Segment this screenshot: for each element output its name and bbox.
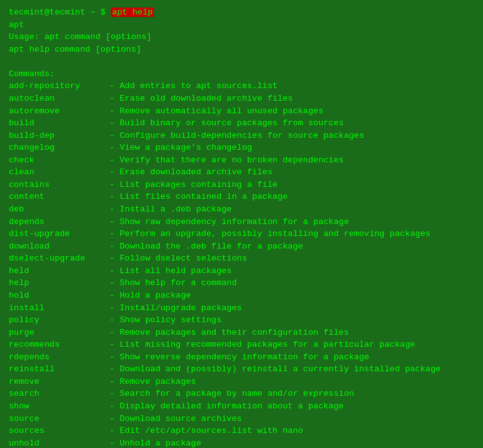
cmd-name: show xyxy=(9,400,109,413)
list-item: remove- Remove packages xyxy=(9,376,474,388)
cmd-name: help xyxy=(9,277,109,289)
list-item: build-dep- Configure build-dependencies … xyxy=(9,130,474,142)
cmd-desc: - Install a .deb package xyxy=(109,203,231,216)
cmd-name: clean xyxy=(9,166,109,179)
list-item: hold- Hold a package xyxy=(9,289,474,302)
cmd-name: check xyxy=(9,154,109,167)
list-item: download- Download the .deb file for a p… xyxy=(9,240,474,253)
cmd-desc: - Show raw dependency information for a … xyxy=(109,216,349,228)
cmd-name: build-dep xyxy=(9,130,109,142)
list-item: reinstall- Download and (possibly) reins… xyxy=(9,363,474,376)
cmd-name: search xyxy=(9,388,109,400)
cmd-desc: - Add entries to apt sources.list xyxy=(109,80,277,92)
list-item: changelog- View a package's changelog xyxy=(9,142,474,154)
cmd-name: autoremove xyxy=(9,105,109,118)
cmd-desc: - List packages containing a file xyxy=(109,179,277,191)
prompt-at xyxy=(86,8,91,17)
cmd-desc: - Remove packages and their configuratio… xyxy=(109,327,349,339)
list-item: sources- Edit /etc/apt/sources.list with… xyxy=(9,425,474,437)
cmd-desc: - Edit /etc/apt/sources.list with nano xyxy=(109,425,303,437)
cmd-desc: - Unhold a package xyxy=(109,437,201,448)
cmd-desc: - Remove automatically all unused packag… xyxy=(109,105,323,118)
cmd-desc: - Configure build-dependencies for sourc… xyxy=(109,130,364,142)
cmd-name: depends xyxy=(9,216,109,228)
cmd-desc: - View a package's changelog xyxy=(109,142,252,154)
cmd-name: purge xyxy=(9,327,109,339)
cmd-name: sources xyxy=(9,425,109,437)
list-item: contains- List packages containing a fil… xyxy=(9,179,474,191)
list-item: help- Show help for a command xyxy=(9,277,474,289)
cmd-name: recommends xyxy=(9,339,109,351)
cmd-desc: - Perform an upgrade, possibly installin… xyxy=(109,228,430,240)
list-item: check- Verify that there are no broken d… xyxy=(9,154,474,167)
cmd-desc: - Show policy settings xyxy=(109,314,221,327)
usage-line2: apt help command [options] xyxy=(9,43,474,56)
cmd-name: held xyxy=(9,265,109,277)
cmd-name: dselect-upgrade xyxy=(9,252,109,265)
cmd-name: build xyxy=(9,117,109,130)
cmd-desc: - Search for a package by name and/or ex… xyxy=(109,388,354,400)
list-item: search- Search for a package by name and… xyxy=(9,388,474,400)
cmd-name: source xyxy=(9,413,109,425)
list-item: unhold- Unhold a package xyxy=(9,437,474,448)
cmd-desc: - Verify that there are no broken depend… xyxy=(109,154,344,167)
cmd-desc: - Hold a package xyxy=(109,289,191,302)
cmd-desc: - Download the .deb file for a package xyxy=(109,240,303,253)
list-item: add-repository- Add entries to apt sourc… xyxy=(9,80,474,92)
commands-list: add-repository- Add entries to apt sourc… xyxy=(9,80,474,448)
list-item: build- Build binary or source packages f… xyxy=(9,117,474,130)
cmd-desc: - Download and (possibly) reinstall a cu… xyxy=(109,363,441,376)
cmd-name: download xyxy=(9,240,109,253)
list-item: install- Install/upgrade packages xyxy=(9,302,474,315)
list-item: show- Display detailed information about… xyxy=(9,400,474,413)
cmd-desc: - Build binary or source packages from s… xyxy=(109,117,344,130)
cmd-desc: - List missing recommended packages for … xyxy=(109,339,415,351)
blank-line xyxy=(9,55,474,68)
list-item: recommends- List missing recommended pac… xyxy=(9,339,474,351)
usage-line1: Usage: apt command [options] xyxy=(9,31,474,43)
cmd-desc: - Show help for a command xyxy=(109,277,237,289)
list-item: depends- Show raw dependency information… xyxy=(9,216,474,228)
output-apt: apt xyxy=(9,19,474,31)
cmd-name: add-repository xyxy=(9,80,109,92)
prompt-line: tecmint@tecmint ~ $ apt help xyxy=(9,6,474,19)
list-item: content- List files contained in a packa… xyxy=(9,191,474,203)
list-item: clean- Erase downloaded archive files xyxy=(9,166,474,179)
cmd-desc: - Download source archives xyxy=(109,413,242,425)
list-item: autoremove- Remove automatically all unu… xyxy=(9,105,474,118)
cmd-name: unhold xyxy=(9,437,109,448)
cmd-desc: - Show reverse dependency information fo… xyxy=(109,351,369,364)
commands-header: Commands: xyxy=(9,68,474,81)
prompt-dollar: $ xyxy=(101,8,106,17)
cmd-name: deb xyxy=(9,203,109,216)
cmd-desc: - Erase old downloaded archive files xyxy=(109,92,293,105)
list-item: rdepends- Show reverse dependency inform… xyxy=(9,351,474,364)
cmd-name: contains xyxy=(9,179,109,191)
command-text: apt help xyxy=(111,8,154,17)
cmd-name: changelog xyxy=(9,142,109,154)
list-item: held- List all held packages xyxy=(9,265,474,277)
cmd-name: remove xyxy=(9,376,109,388)
list-item: policy- Show policy settings xyxy=(9,314,474,327)
cmd-name: reinstall xyxy=(9,363,109,376)
cmd-name: rdepends xyxy=(9,351,109,364)
prompt-symbol: ~ xyxy=(91,8,96,17)
list-item: autoclean- Erase old downloaded archive … xyxy=(9,92,474,105)
list-item: dist-upgrade- Perform an upgrade, possib… xyxy=(9,228,474,240)
cmd-desc: - Display detailed information about a p… xyxy=(109,400,344,413)
cmd-name: install xyxy=(9,302,109,315)
cmd-name: content xyxy=(9,191,109,203)
cmd-name: dist-upgrade xyxy=(9,228,109,240)
cmd-name: autoclean xyxy=(9,92,109,105)
terminal-window: tecmint@tecmint ~ $ apt help apt Usage: … xyxy=(9,6,474,448)
cmd-name: hold xyxy=(9,289,109,302)
cmd-desc: - List all held packages xyxy=(109,265,231,277)
cmd-desc: - Install/upgrade packages xyxy=(109,302,242,315)
list-item: source- Download source archives xyxy=(9,413,474,425)
list-item: purge- Remove packages and their configu… xyxy=(9,327,474,339)
cmd-desc: - Remove packages xyxy=(109,376,196,388)
cmd-desc: - Follow dselect selections xyxy=(109,252,247,265)
cmd-desc: - Erase downloaded archive files xyxy=(109,166,272,179)
list-item: deb- Install a .deb package xyxy=(9,203,474,216)
prompt-user: tecmint@tecmint xyxy=(9,8,86,17)
